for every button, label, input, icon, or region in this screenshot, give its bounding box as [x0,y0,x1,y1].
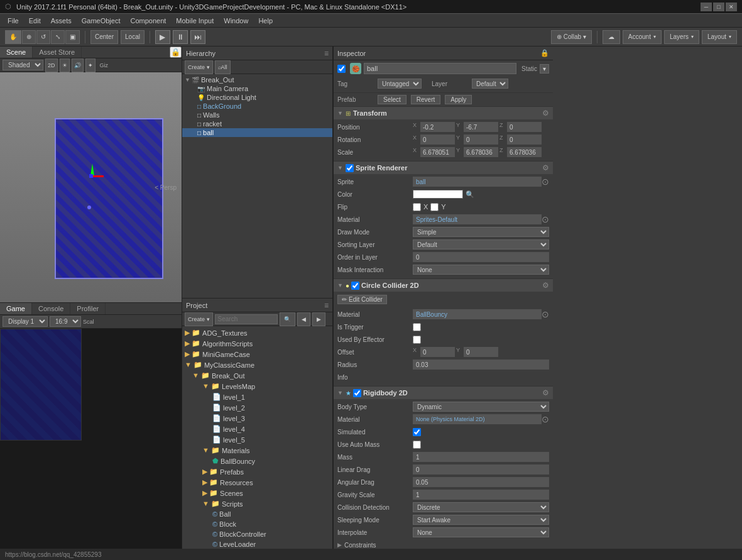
gravity-scale-field[interactable] [413,490,549,500]
flip-y-checkbox[interactable] [430,203,439,211]
hierarchy-create-btn[interactable]: Create ▾ [185,60,213,74]
collider-gear[interactable]: ⚙ [542,281,549,290]
hierarchy-item-racket[interactable]: □ racket [182,119,332,128]
project-search-btn[interactable]: 🔍 [280,312,295,326]
obj-name-field[interactable] [364,63,516,74]
position-z[interactable] [507,122,542,132]
menu-assets[interactable]: Assets [46,16,77,26]
display-dropdown[interactable]: Display 1 [3,316,48,327]
simulated-checkbox[interactable] [413,428,421,436]
rb-material-dot[interactable]: ⊙ [542,414,549,424]
offset-x[interactable] [420,347,455,357]
prefab-apply-btn[interactable]: Apply [445,95,472,104]
cloud-button[interactable]: ☁ [603,30,620,44]
edit-collider-btn[interactable]: ✏ Edit Collider [337,295,387,304]
menu-mobileinput[interactable]: Mobile Input [171,16,219,26]
radius-field[interactable] [413,360,549,370]
sprite-renderer-gear[interactable]: ⚙ [542,163,549,172]
transform-header[interactable]: ▼ ⊞ Transform ⚙ [334,107,553,119]
interpolate-select[interactable]: None [413,527,549,537]
material-dot[interactable]: ⊙ [542,214,549,224]
scene-audio-button[interactable]: 🔊 [72,58,84,72]
proj-level1[interactable]: 📄 level_1 [182,392,332,402]
layout-button[interactable]: Layout ▾ [702,30,737,44]
window-controls[interactable]: ─ □ ✕ [701,3,737,11]
pause-button[interactable]: ⏸ [173,30,188,44]
sorting-layer-select[interactable]: Default [413,239,549,250]
proj-levelsmap[interactable]: ▼ 📁 LevelsMap [182,381,332,392]
scale-y[interactable] [464,147,498,157]
rotation-z[interactable] [507,135,542,145]
tab-scene[interactable]: Scene [0,47,33,58]
2d-button[interactable]: 2D [45,58,58,72]
project-nav-back[interactable]: ◀ [297,312,310,326]
flip-x-checkbox[interactable] [413,203,421,211]
menu-edit[interactable]: Edit [24,16,46,26]
proj-algo[interactable]: ▶ 📁 AlgorithmScripts [182,338,332,349]
sleeping-mode-select[interactable]: Start Awake [413,515,549,525]
rigidbody2d-header[interactable]: ▼ ★ Rigidbody 2D ⚙ [334,387,553,399]
maximize-button[interactable]: □ [713,3,724,11]
step-button[interactable]: ⏭ [190,30,205,44]
inspector-lock-icon[interactable]: 🔒 [540,49,549,57]
hierarchy-search-all[interactable]: ⌕All [215,60,231,74]
rect-tool[interactable]: ▣ [65,30,80,44]
collider-material-dot[interactable]: ⊙ [542,309,549,319]
body-type-select[interactable]: Dynamic [413,402,549,412]
mass-field[interactable] [413,452,549,462]
project-nav-fwd[interactable]: ▶ [312,312,325,326]
proj-ballbouncy[interactable]: ⬟ BallBouncy [182,456,332,466]
proj-scripts[interactable]: ▼ 📁 Scripts [182,498,332,509]
hierarchy-scene-root[interactable]: ▼ 🎬 Break_Out [182,75,332,84]
proj-levelloader-script[interactable]: © LeveLoader [182,539,332,549]
proj-scenes2[interactable]: ▶ 📁 Scenes [182,488,332,498]
scene-lock[interactable]: 🔒 [170,47,182,58]
offset-y[interactable] [464,347,498,357]
collision-detection-select[interactable]: Discrete [413,502,549,512]
prefab-revert-btn[interactable]: Revert [411,95,440,104]
proj-prefabs[interactable]: ▶ 📁 Prefabs [182,466,332,477]
menu-gameobject[interactable]: GameObject [77,16,126,26]
scene-fx-button[interactable]: ✦ [85,58,95,72]
play-button[interactable]: ▶ [155,30,170,44]
proj-resources[interactable]: ▶ 📁 Resources [182,477,332,488]
menu-window[interactable]: Window [219,16,253,26]
sprite-renderer-checkbox[interactable] [346,164,354,172]
proj-myclassic[interactable]: ▼ 📁 MyClassicGame [182,360,332,370]
proj-level2[interactable]: 📄 level_2 [182,402,332,413]
order-field[interactable] [413,252,549,262]
obj-active-checkbox[interactable] [337,65,346,73]
rigidbody-checkbox[interactable] [353,389,361,397]
proj-breakout[interactable]: ▼ 📁 Break_Out [182,370,332,381]
project-search-input[interactable] [215,314,278,324]
effector-checkbox[interactable] [413,336,421,344]
proj-mini[interactable]: ▶ 📁 MiniGameCase [182,349,332,360]
prefab-select-btn[interactable]: Select [378,95,406,104]
collider-checkbox[interactable] [351,282,359,290]
proj-level5[interactable]: 📄 level_5 [182,434,332,445]
circle-collider-header[interactable]: ▼ ● Circle Collider 2D ⚙ [334,279,553,292]
color-swatch[interactable] [413,190,463,199]
proj-ball-script[interactable]: © Ball [182,509,332,519]
layers-button[interactable]: Layers ▾ [664,30,699,44]
proj-block-script[interactable]: © Block [182,519,332,529]
sprite-ref[interactable]: ball [413,177,542,187]
position-y[interactable] [464,122,498,132]
scale-tool[interactable]: ⤡ [51,30,65,44]
center-button[interactable]: Center [90,30,118,44]
menu-component[interactable]: Component [125,16,171,26]
project-create-btn[interactable]: Create ▾ [185,312,213,326]
hierarchy-item-background[interactable]: □ BackGround [182,102,332,111]
menu-file[interactable]: File [3,16,24,26]
rb-material-ref[interactable]: None (Physics Material 2D) [413,414,542,424]
sprite-renderer-header[interactable]: ▼ Sprite Renderer ⚙ [334,162,553,174]
material-ref[interactable]: Sprites-Default [413,214,542,224]
transform-gear[interactable]: ⚙ [542,109,549,118]
scene-canvas[interactable]: < Persp [0,72,182,302]
proj-adg[interactable]: ▶ 📁 ADG_Textures [182,327,332,338]
color-picker-icon[interactable]: 🔍 [466,190,474,199]
draw-mode-select[interactable]: Simple [413,227,549,237]
hierarchy-item-light[interactable]: 💡 Directional Light [182,93,332,102]
hierarchy-lock[interactable]: ≡ [324,49,329,58]
collider-material-ref[interactable]: BallBouncy [413,309,542,319]
